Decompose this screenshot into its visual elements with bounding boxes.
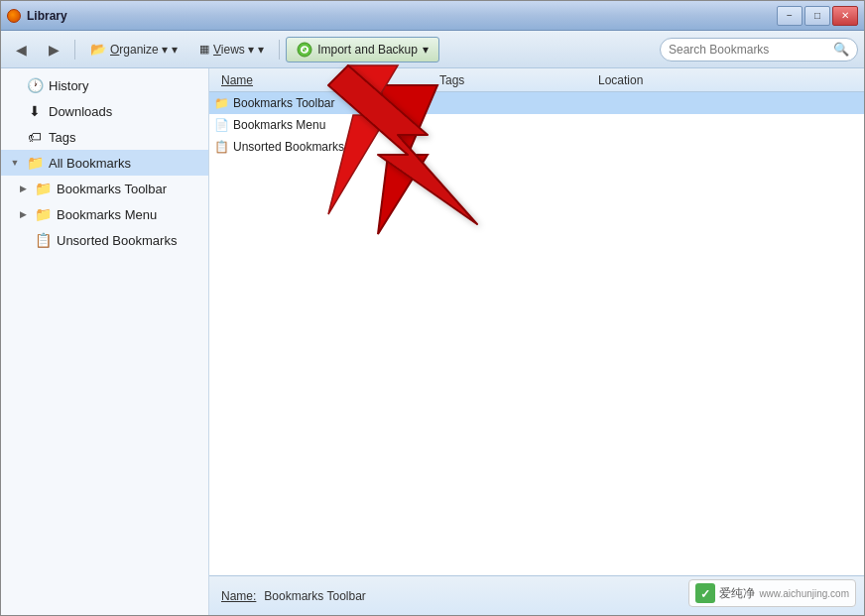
watermark-text: 爱纯净 (719, 585, 755, 602)
maximize-button[interactable]: □ (804, 6, 830, 26)
all-bookmarks-icon: 📁 (27, 155, 43, 171)
downloads-icon: ⬇ (27, 103, 43, 119)
row-2-name: Bookmarks Menu (233, 118, 860, 132)
close-button[interactable]: ✕ (832, 6, 858, 26)
unsorted-bookmarks-icon: 📋 (35, 232, 51, 248)
table-header: Name Tags Location (209, 68, 864, 92)
views-icon: ▦ (199, 43, 209, 56)
sidebar-item-downloads[interactable]: ⬇ Downloads (1, 98, 208, 124)
column-name-header[interactable]: Name (213, 73, 432, 87)
views-dropdown-icon: ▾ (258, 43, 264, 57)
bookmarks-toolbar-icon: 📁 (35, 181, 51, 196)
sidebar-item-unsorted-bookmarks[interactable]: 📋 Unsorted Bookmarks (1, 227, 208, 253)
sidebar-item-tags[interactable]: 🏷 Tags (1, 124, 208, 150)
search-box[interactable]: 🔍 (660, 38, 858, 62)
row-3-name: Unsorted Bookmarks (233, 140, 860, 154)
unsorted-expand-placeholder (17, 234, 29, 246)
table-row[interactable]: 📁 Bookmarks Toolbar (209, 92, 864, 114)
tags-icon: 🏷 (27, 129, 43, 145)
all-bookmarks-label: All Bookmarks (49, 156, 131, 171)
row-1-name: Bookmarks Toolbar (233, 96, 860, 110)
organize-icon: 📂 (90, 42, 106, 57)
unsorted-bookmarks-label: Unsorted Bookmarks (57, 233, 177, 248)
downloads-label: Downloads (49, 104, 112, 119)
toolbar: ◀ ▶ 📂 Organize ▾ ▾ ▦ Views ▾ ▾ Impo (1, 31, 864, 68)
import-label: Import and Backup (317, 43, 418, 57)
title-bar: Library − □ ✕ (1, 1, 864, 31)
expand-placeholder (9, 79, 21, 91)
window-controls: − □ ✕ (777, 6, 858, 26)
column-tags-header[interactable]: Tags (432, 73, 590, 87)
table-row[interactable]: 📄 Bookmarks Menu (209, 114, 864, 136)
main-content: 🕐 History ⬇ Downloads 🏷 Tags ▼ 📁 All Boo… (1, 68, 864, 615)
history-label: History (49, 78, 88, 93)
table-row[interactable]: 📋 Unsorted Bookmarks (209, 136, 864, 158)
forward-button[interactable]: ▶ (40, 37, 68, 62)
sidebar: 🕐 History ⬇ Downloads 🏷 Tags ▼ 📁 All Boo… (1, 68, 209, 615)
separator-2 (279, 40, 280, 60)
table-body: 📁 Bookmarks Toolbar 📄 Bookmarks Menu 📋 U… (209, 92, 864, 575)
search-input[interactable] (669, 43, 829, 57)
separator-1 (74, 40, 75, 60)
bookmarks-menu-expand-icon: ▶ (17, 208, 29, 220)
bookmarks-menu-label: Bookmarks Menu (57, 207, 157, 222)
status-label: Name: (221, 589, 256, 603)
expand-placeholder (9, 131, 21, 143)
organize-dropdown-icon: ▾ (172, 43, 178, 57)
organize-label: Organize ▾ (110, 43, 168, 57)
history-icon: 🕐 (27, 77, 43, 93)
organize-button[interactable]: 📂 Organize ▾ ▾ (81, 37, 186, 62)
sidebar-item-history[interactable]: 🕐 History (1, 72, 208, 98)
all-bookmarks-expand-icon: ▼ (9, 157, 21, 169)
minimize-button[interactable]: − (777, 6, 803, 26)
app-icon (7, 9, 21, 23)
import-backup-button[interactable]: Import and Backup ▾ (286, 37, 439, 62)
row-3-icon: 📋 (213, 139, 229, 155)
window-title: Library (27, 9, 771, 23)
import-dropdown-icon: ▾ (423, 43, 429, 57)
import-icon (297, 42, 312, 58)
bookmarks-toolbar-expand-icon: ▶ (17, 183, 29, 194)
expand-placeholder (9, 105, 21, 117)
column-location-header[interactable]: Location (590, 73, 860, 87)
row-2-icon: 📄 (213, 117, 229, 133)
svg-text:✓: ✓ (700, 587, 710, 601)
back-button[interactable]: ◀ (7, 37, 36, 62)
status-value: Bookmarks Toolbar (264, 589, 366, 603)
sidebar-item-bookmarks-toolbar[interactable]: ▶ 📁 Bookmarks Toolbar (1, 176, 208, 201)
sidebar-item-bookmarks-menu[interactable]: ▶ 📁 Bookmarks Menu (1, 201, 208, 227)
watermark: ✓ 爱纯净 www.aichunjing.com (688, 579, 856, 607)
bookmarks-toolbar-label: Bookmarks Toolbar (57, 182, 167, 196)
watermark-url: www.aichunjing.com (759, 588, 849, 599)
views-label: Views ▾ (213, 43, 254, 57)
sidebar-item-all-bookmarks[interactable]: ▼ 📁 All Bookmarks (1, 150, 208, 176)
row-1-icon: 📁 (213, 95, 229, 111)
watermark-icon: ✓ (695, 583, 715, 603)
views-button[interactable]: ▦ Views ▾ ▾ (190, 37, 273, 62)
tags-label: Tags (49, 130, 75, 145)
forward-arrow-icon: ▶ (49, 42, 60, 58)
svg-point-0 (298, 43, 311, 57)
back-arrow-icon: ◀ (16, 42, 27, 58)
content-panel: Name Tags Location 📁 Bookmarks Toolbar 📄… (209, 68, 864, 615)
search-icon: 🔍 (833, 42, 849, 57)
bookmarks-menu-icon: 📁 (35, 206, 51, 222)
